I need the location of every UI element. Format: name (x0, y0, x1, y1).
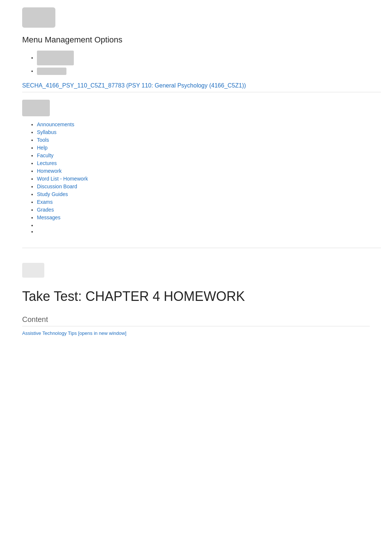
list-item: Help (37, 145, 381, 151)
list-item: Syllabus (37, 129, 381, 135)
list-item: Announcements (37, 121, 381, 127)
nav-syllabus[interactable]: Syllabus (37, 129, 56, 135)
nav-messages[interactable]: Messages (37, 214, 61, 220)
small-logo (22, 263, 44, 278)
content-section-title: Content (22, 315, 370, 326)
list-item: Grades (37, 207, 381, 213)
page-title: Take Test: CHAPTER 4 HOMEWORK (22, 289, 370, 304)
nav-grades[interactable]: Grades (37, 207, 54, 213)
top-logo (22, 7, 55, 28)
list-item-empty-2 (37, 229, 381, 233)
list-item: Homework (37, 168, 381, 174)
nav-list: Announcements Syllabus Tools Help Facult… (22, 121, 381, 233)
nav-section: Announcements Syllabus Tools Help Facult… (22, 121, 381, 248)
list-item-empty-1 (37, 222, 381, 227)
list-item (37, 51, 381, 65)
nav-exams[interactable]: Exams (37, 199, 53, 205)
nav-tools[interactable]: Tools (37, 137, 49, 143)
course-logo (22, 100, 50, 116)
main-content: Take Test: CHAPTER 4 HOMEWORK Content As… (0, 252, 392, 347)
top-section: Menu Management Options SECHA_4166_PSY_1… (0, 0, 392, 252)
menu-management-title: Menu Management Options (22, 35, 381, 45)
nav-help[interactable]: Help (37, 145, 48, 151)
list-item: Word List - Homework (37, 176, 381, 182)
nav-discussion-board[interactable]: Discussion Board (37, 183, 77, 189)
nav-homework[interactable]: Homework (37, 168, 62, 174)
list-item: Tools (37, 137, 381, 143)
nav-word-list-homework[interactable]: Word List - Homework (37, 176, 88, 182)
course-link[interactable]: SECHA_4166_PSY_110_C5Z1_87783 (PSY 110: … (22, 82, 381, 92)
nav-announcements[interactable]: Announcements (37, 121, 74, 127)
list-item: Discussion Board (37, 183, 381, 189)
list-item: Study Guides (37, 191, 381, 197)
menu-management-list (22, 51, 381, 75)
nav-study-guides[interactable]: Study Guides (37, 191, 68, 197)
list-item: Exams (37, 199, 381, 205)
menu-item-block-1 (37, 51, 74, 65)
nav-faculty[interactable]: Faculty (37, 152, 54, 158)
menu-item-block-2 (37, 68, 66, 75)
nav-lectures[interactable]: Lectures (37, 160, 57, 166)
assistive-technology-link[interactable]: Assistive Technology Tips [opens in new … (22, 330, 126, 336)
list-item (37, 68, 381, 75)
list-item: Messages (37, 214, 381, 220)
list-item: Faculty (37, 152, 381, 158)
list-item: Lectures (37, 160, 381, 166)
